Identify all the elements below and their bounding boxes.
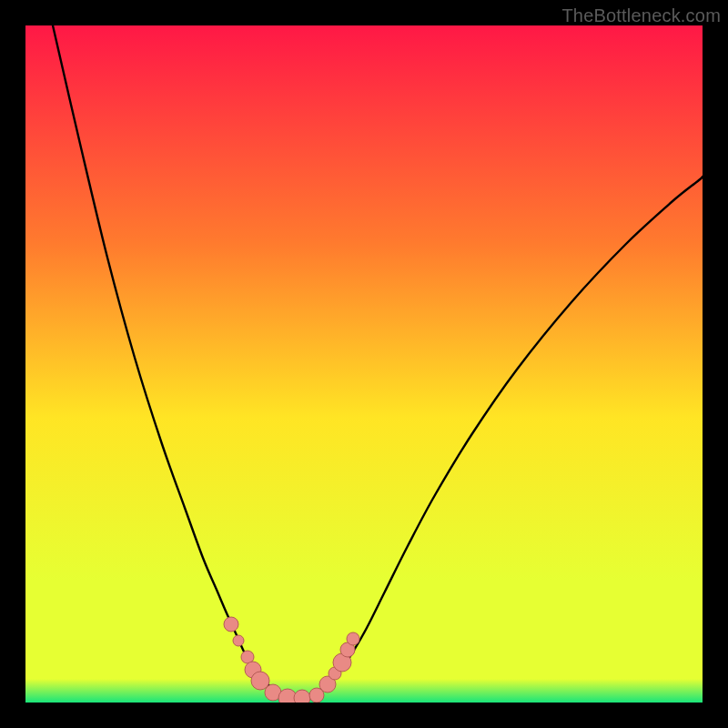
chart-plot-area — [25, 25, 703, 703]
chart-svg — [25, 25, 703, 703]
watermark-label: TheBottleneck.com — [561, 5, 721, 26]
gradient-background — [25, 25, 703, 703]
chart-frame: TheBottleneck.com — [0, 0, 728, 728]
data-point — [233, 635, 244, 646]
data-point — [347, 632, 359, 645]
data-point — [224, 617, 238, 632]
data-point — [294, 690, 310, 703]
